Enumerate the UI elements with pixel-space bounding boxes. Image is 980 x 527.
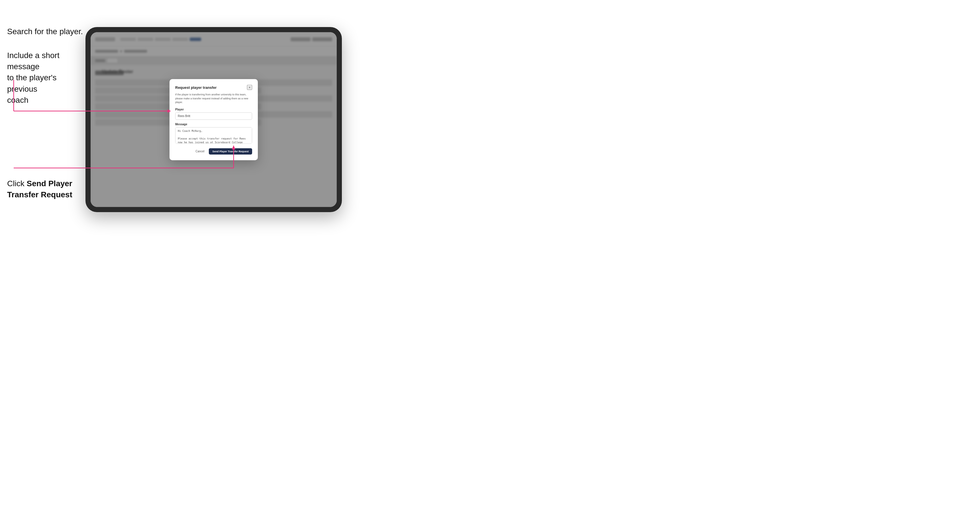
- annotation-message-text: Include a short messageto the player's p…: [7, 50, 81, 106]
- cancel-button[interactable]: Cancel: [193, 148, 207, 154]
- dialog-header: Request player transfer ×: [175, 85, 252, 90]
- message-textarea[interactable]: Hi Coach McHarg, Please accept this tran…: [175, 127, 252, 143]
- dialog-description: If the player is transferring from anoth…: [175, 93, 252, 105]
- player-search-input[interactable]: [175, 112, 252, 119]
- dialog-title: Request player transfer: [175, 85, 216, 89]
- annotation-click-bold: Send Player Transfer Request: [7, 179, 72, 199]
- tablet-screen: Update Roster Request player transfer × …: [91, 32, 337, 207]
- annotation-click-text: Click Send Player Transfer Request: [7, 178, 81, 200]
- annotation-search-text: Search for the player.: [7, 27, 83, 36]
- send-transfer-request-button[interactable]: Send Player Transfer Request: [209, 148, 252, 154]
- message-field-label: Message: [175, 122, 252, 125]
- dialog-close-button[interactable]: ×: [247, 85, 252, 90]
- player-field-label: Player: [175, 108, 252, 111]
- dialog-actions: Cancel Send Player Transfer Request: [175, 148, 252, 154]
- transfer-request-dialog: Request player transfer × If the player …: [170, 79, 258, 160]
- tablet-device: Update Roster Request player transfer × …: [86, 27, 342, 212]
